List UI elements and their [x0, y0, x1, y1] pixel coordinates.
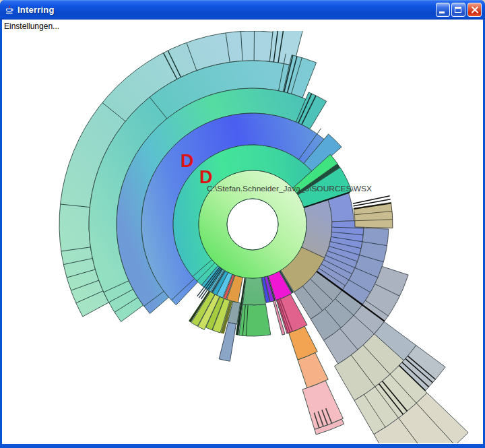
title-bar[interactable]: Interring	[0, 0, 485, 20]
center-path-label: C:\Stefan.Schneider_Java_3\SOURCES\WSX	[207, 185, 373, 193]
close-icon	[470, 5, 479, 14]
close-button[interactable]	[467, 3, 482, 17]
maximize-icon	[455, 7, 461, 13]
visualization-canvas[interactable]: C:\Stefan.Schneider_Java_3\SOURCES\WSXDD	[3, 31, 482, 443]
minimize-button[interactable]	[436, 3, 450, 17]
application-window: Interring Einstellungen... C:\Stefan.Sch…	[0, 0, 485, 448]
maximize-button[interactable]	[451, 3, 465, 17]
sunburst-segment[interactable]	[243, 278, 265, 305]
minimize-icon	[439, 11, 445, 13]
java-coffee-cup-icon	[4, 5, 15, 15]
annotation-d-1: D	[181, 151, 194, 171]
menu-bar: Einstellungen...	[2, 20, 483, 31]
menu-item-einstellungen[interactable]: Einstellungen...	[2, 21, 61, 32]
window-title: Interring	[18, 5, 55, 15]
interring-sunburst[interactable]: C:\Stefan.Schneider_Java_3\SOURCES\WSXDD	[3, 31, 482, 443]
center-hole	[227, 199, 278, 250]
window-controls	[436, 3, 482, 17]
client-area: Einstellungen... C:\Stefan.Schneider_Jav…	[2, 20, 483, 444]
annotation-d-2: D	[199, 167, 213, 187]
